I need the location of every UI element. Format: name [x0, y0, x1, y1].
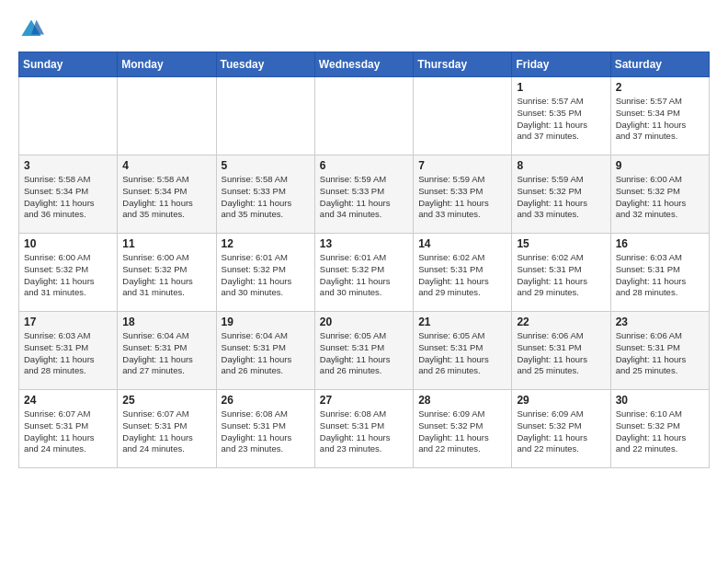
day-info: Sunrise: 6:02 AM Sunset: 5:31 PM Dayligh…: [517, 252, 605, 299]
header: [18, 17, 710, 42]
day-number: 23: [616, 316, 704, 328]
calendar-week-1: 3Sunrise: 5:58 AM Sunset: 5:34 PM Daylig…: [19, 155, 710, 234]
day-info: Sunrise: 6:06 AM Sunset: 5:31 PM Dayligh…: [517, 330, 605, 377]
day-number: 27: [320, 394, 408, 407]
day-number: 7: [418, 159, 506, 172]
calendar-cell: 16Sunrise: 6:03 AM Sunset: 5:31 PM Dayli…: [610, 234, 709, 312]
calendar-cell: 9Sunrise: 6:00 AM Sunset: 5:32 PM Daylig…: [610, 155, 709, 234]
day-info: Sunrise: 5:59 AM Sunset: 5:32 PM Dayligh…: [517, 174, 605, 221]
day-number: 12: [222, 237, 310, 250]
calendar-cell: 18Sunrise: 6:04 AM Sunset: 5:31 PM Dayli…: [118, 312, 216, 390]
calendar-cell: 11Sunrise: 6:00 AM Sunset: 5:32 PM Dayli…: [118, 234, 216, 312]
day-info: Sunrise: 5:58 AM Sunset: 5:34 PM Dayligh…: [24, 174, 112, 221]
calendar-header-saturday: Saturday: [610, 52, 709, 77]
day-number: 14: [418, 237, 506, 250]
day-info: Sunrise: 6:02 AM Sunset: 5:31 PM Dayligh…: [418, 252, 506, 299]
calendar-header-wednesday: Wednesday: [314, 52, 413, 77]
calendar-week-3: 17Sunrise: 6:03 AM Sunset: 5:31 PM Dayli…: [19, 312, 710, 390]
calendar-cell: [414, 77, 512, 155]
calendar-cell: [19, 77, 118, 155]
calendar-cell: 28Sunrise: 6:09 AM Sunset: 5:32 PM Dayli…: [414, 390, 512, 468]
day-number: 8: [517, 159, 605, 172]
day-info: Sunrise: 6:00 AM Sunset: 5:32 PM Dayligh…: [616, 174, 704, 221]
day-number: 20: [320, 316, 408, 328]
logo-icon: [18, 17, 44, 42]
calendar-cell: 4Sunrise: 5:58 AM Sunset: 5:34 PM Daylig…: [118, 155, 216, 234]
calendar-cell: 14Sunrise: 6:02 AM Sunset: 5:31 PM Dayli…: [414, 234, 512, 312]
day-number: 17: [24, 316, 112, 328]
calendar-header-monday: Monday: [118, 52, 216, 77]
day-number: 6: [320, 159, 408, 172]
calendar-cell: 12Sunrise: 6:01 AM Sunset: 5:32 PM Dayli…: [216, 234, 314, 312]
day-number: 13: [320, 237, 408, 250]
day-info: Sunrise: 6:01 AM Sunset: 5:32 PM Dayligh…: [320, 252, 408, 299]
calendar-week-0: 1Sunrise: 5:57 AM Sunset: 5:35 PM Daylig…: [19, 77, 710, 155]
day-number: 3: [24, 159, 112, 172]
day-number: 28: [418, 394, 506, 407]
calendar-cell: 17Sunrise: 6:03 AM Sunset: 5:31 PM Dayli…: [19, 312, 118, 390]
calendar-cell: 5Sunrise: 5:58 AM Sunset: 5:33 PM Daylig…: [216, 155, 314, 234]
day-info: Sunrise: 6:00 AM Sunset: 5:32 PM Dayligh…: [24, 252, 112, 299]
calendar-cell: 8Sunrise: 5:59 AM Sunset: 5:32 PM Daylig…: [512, 155, 610, 234]
calendar-table: SundayMondayTuesdayWednesdayThursdayFrid…: [18, 52, 710, 468]
calendar-cell: 25Sunrise: 6:07 AM Sunset: 5:31 PM Dayli…: [118, 390, 216, 468]
day-number: 30: [616, 394, 704, 407]
calendar-cell: 24Sunrise: 6:07 AM Sunset: 5:31 PM Dayli…: [19, 390, 118, 468]
day-number: 10: [24, 237, 112, 250]
calendar-cell: [118, 77, 216, 155]
day-info: Sunrise: 6:03 AM Sunset: 5:31 PM Dayligh…: [616, 252, 704, 299]
calendar-cell: 19Sunrise: 6:04 AM Sunset: 5:31 PM Dayli…: [216, 312, 314, 390]
calendar-cell: 23Sunrise: 6:06 AM Sunset: 5:31 PM Dayli…: [610, 312, 709, 390]
day-info: Sunrise: 6:05 AM Sunset: 5:31 PM Dayligh…: [418, 330, 506, 377]
calendar-cell: 30Sunrise: 6:10 AM Sunset: 5:32 PM Dayli…: [610, 390, 709, 468]
logo: [18, 17, 46, 42]
day-info: Sunrise: 6:06 AM Sunset: 5:31 PM Dayligh…: [616, 330, 704, 377]
day-number: 29: [517, 394, 605, 407]
day-number: 21: [418, 316, 506, 328]
day-number: 11: [122, 237, 210, 250]
calendar-week-4: 24Sunrise: 6:07 AM Sunset: 5:31 PM Dayli…: [19, 390, 710, 468]
calendar-cell: 2Sunrise: 5:57 AM Sunset: 5:34 PM Daylig…: [610, 77, 709, 155]
calendar-cell: 13Sunrise: 6:01 AM Sunset: 5:32 PM Dayli…: [314, 234, 413, 312]
day-number: 18: [122, 316, 210, 328]
day-info: Sunrise: 6:00 AM Sunset: 5:32 PM Dayligh…: [122, 252, 210, 299]
day-info: Sunrise: 6:09 AM Sunset: 5:32 PM Dayligh…: [418, 408, 506, 455]
day-info: Sunrise: 6:07 AM Sunset: 5:31 PM Dayligh…: [122, 408, 210, 455]
calendar-cell: 27Sunrise: 6:08 AM Sunset: 5:31 PM Dayli…: [314, 390, 413, 468]
day-number: 9: [616, 159, 704, 172]
day-info: Sunrise: 5:58 AM Sunset: 5:34 PM Dayligh…: [122, 174, 210, 221]
calendar-header-row: SundayMondayTuesdayWednesdayThursdayFrid…: [19, 52, 710, 77]
day-number: 4: [122, 159, 210, 172]
day-info: Sunrise: 6:07 AM Sunset: 5:31 PM Dayligh…: [24, 408, 112, 455]
page: SundayMondayTuesdayWednesdayThursdayFrid…: [0, 0, 728, 479]
day-number: 1: [517, 81, 605, 94]
day-info: Sunrise: 5:59 AM Sunset: 5:33 PM Dayligh…: [320, 174, 408, 221]
day-number: 15: [517, 237, 605, 250]
day-number: 16: [616, 237, 704, 250]
day-info: Sunrise: 6:03 AM Sunset: 5:31 PM Dayligh…: [24, 330, 112, 377]
day-info: Sunrise: 5:57 AM Sunset: 5:34 PM Dayligh…: [616, 96, 704, 143]
day-number: 24: [24, 394, 112, 407]
calendar-header-thursday: Thursday: [414, 52, 512, 77]
day-info: Sunrise: 6:08 AM Sunset: 5:31 PM Dayligh…: [222, 408, 310, 455]
calendar-header-sunday: Sunday: [19, 52, 118, 77]
day-info: Sunrise: 5:59 AM Sunset: 5:33 PM Dayligh…: [418, 174, 506, 221]
day-info: Sunrise: 5:57 AM Sunset: 5:35 PM Dayligh…: [517, 96, 605, 143]
day-number: 26: [222, 394, 310, 407]
calendar-cell: 3Sunrise: 5:58 AM Sunset: 5:34 PM Daylig…: [19, 155, 118, 234]
day-number: 25: [122, 394, 210, 407]
day-info: Sunrise: 6:10 AM Sunset: 5:32 PM Dayligh…: [616, 408, 704, 455]
calendar-cell: [216, 77, 314, 155]
calendar-cell: 26Sunrise: 6:08 AM Sunset: 5:31 PM Dayli…: [216, 390, 314, 468]
calendar-cell: [314, 77, 413, 155]
calendar-header-friday: Friday: [512, 52, 610, 77]
calendar-cell: 15Sunrise: 6:02 AM Sunset: 5:31 PM Dayli…: [512, 234, 610, 312]
day-number: 19: [222, 316, 310, 328]
calendar-cell: 6Sunrise: 5:59 AM Sunset: 5:33 PM Daylig…: [314, 155, 413, 234]
day-info: Sunrise: 6:01 AM Sunset: 5:32 PM Dayligh…: [222, 252, 310, 299]
calendar-week-2: 10Sunrise: 6:00 AM Sunset: 5:32 PM Dayli…: [19, 234, 710, 312]
calendar-cell: 21Sunrise: 6:05 AM Sunset: 5:31 PM Dayli…: [414, 312, 512, 390]
day-info: Sunrise: 6:04 AM Sunset: 5:31 PM Dayligh…: [222, 330, 310, 377]
calendar-cell: 22Sunrise: 6:06 AM Sunset: 5:31 PM Dayli…: [512, 312, 610, 390]
calendar-cell: 20Sunrise: 6:05 AM Sunset: 5:31 PM Dayli…: [314, 312, 413, 390]
